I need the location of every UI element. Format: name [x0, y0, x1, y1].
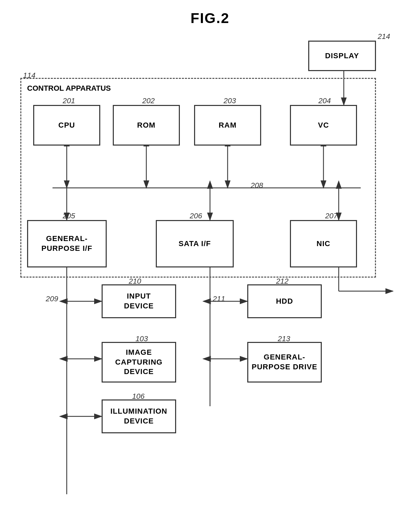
general-purpose-if-ref: 205 [63, 212, 75, 220]
ram-box: RAM [194, 105, 261, 146]
input-device-box: INPUT DEVICE [102, 284, 176, 318]
image-capturing-box: IMAGE CAPTURING DEVICE [102, 342, 176, 383]
nic-box: NIC [290, 220, 357, 267]
diagram: FIG.2 [0, 0, 420, 522]
general-purpose-drive-box: GENERAL- PURPOSE DRIVE [247, 342, 322, 383]
ram-ref: 203 [224, 96, 236, 105]
input-device-ref: 210 [129, 277, 141, 286]
rom-ref: 202 [142, 96, 155, 105]
image-capturing-ref: 103 [135, 334, 148, 343]
general-purpose-drive-ref: 213 [278, 334, 290, 343]
hdd-box: HDD [247, 284, 322, 318]
cpu-ref: 201 [63, 96, 75, 105]
general-purpose-if-box: GENERAL- PURPOSE I/F [27, 220, 107, 267]
illumination-ref: 106 [132, 392, 145, 401]
sata-if-ref: 206 [190, 212, 202, 220]
figure-title: FIG.2 [190, 10, 229, 26]
line209-ref: 209 [46, 295, 58, 303]
nic-ref: 207 [325, 212, 338, 220]
control-apparatus-label: CONTROL APPARATUS [27, 84, 111, 93]
cpu-box: CPU [33, 105, 100, 146]
illumination-device-box: ILLUMINATION DEVICE [102, 399, 176, 433]
line211-ref: 211 [213, 295, 225, 303]
display-box: DISPLAY [308, 41, 376, 71]
sata-if-box: SATA I/F [156, 220, 234, 267]
control-apparatus-ref: 114 [23, 71, 36, 80]
hdd-ref: 212 [276, 277, 289, 286]
display-ref: 214 [378, 32, 390, 41]
rom-box: ROM [113, 105, 180, 146]
vc-box: VC [290, 105, 357, 146]
bus-ref: 208 [251, 181, 263, 190]
vc-ref: 204 [318, 96, 331, 105]
